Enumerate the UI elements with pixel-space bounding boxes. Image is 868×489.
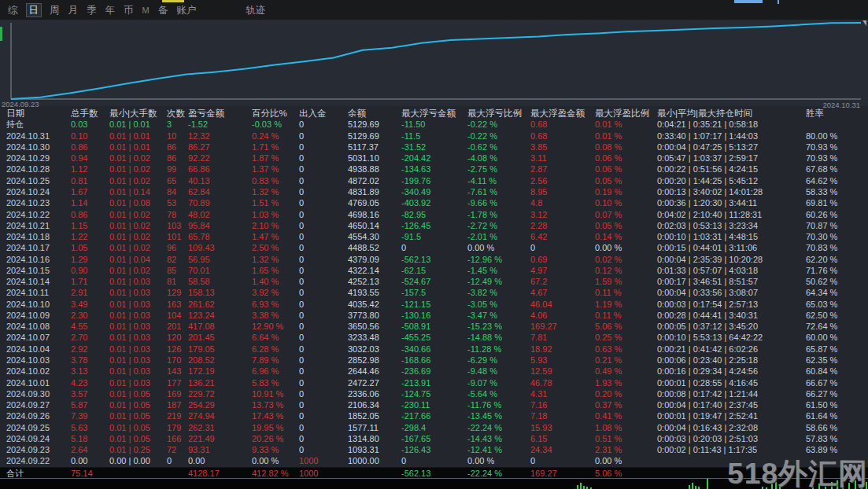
- table-row[interactable]: 2024.10.150.900.01 | 0.028570.011.65 %04…: [0, 265, 868, 276]
- table-cell: 58.58: [187, 276, 250, 287]
- table-row[interactable]: 2024.10.103.490.01 | 0.03163261.626.93 %…: [0, 299, 868, 310]
- table-row[interactable]: 2024.09.303.570.01 | 0.05169229.7210.91 …: [0, 388, 868, 399]
- tab-账户[interactable]: 账户: [176, 4, 196, 17]
- table-row[interactable]: 2024.10.092.300.01 | 0.03104123.243.38 %…: [0, 310, 868, 321]
- table-cell: 0:00:28 | 0:44:41 | 3:40:31: [656, 310, 804, 321]
- table-row[interactable]: 2024.10.141.710.01 | 0.038158.581.40 %04…: [0, 276, 868, 287]
- tab-轨迹[interactable]: 轨迹: [246, 4, 265, 17]
- table-cell: 4872.02: [346, 175, 400, 186]
- table-cell: 3773.80: [346, 310, 400, 321]
- open-position-row[interactable]: 持仓0.030.01 | 0.013-1.52-0.03 %05129.69-1…: [0, 119, 868, 130]
- table-cell: 1.71: [69, 276, 108, 287]
- table-cell: 4698.16: [346, 209, 400, 220]
- tab-综[interactable]: 综: [8, 4, 18, 17]
- table-cell: 99: [165, 164, 187, 175]
- table-cell: 2024.10.07: [0, 332, 69, 343]
- table-cell: 持仓: [0, 119, 69, 130]
- table-cell: -213.91: [400, 377, 466, 388]
- table-row[interactable]: 2024.10.211.150.01 | 0.0210395.842.10 %0…: [0, 220, 868, 231]
- table-cell: 50.62 %: [804, 276, 868, 287]
- table-cell: 5.18: [69, 433, 108, 444]
- table-cell: 18.92: [529, 344, 593, 355]
- table-row[interactable]: 2024.10.161.290.01 | 0.048256.951.32 %04…: [0, 253, 868, 264]
- mini-candle-tick: [695, 486, 696, 489]
- table-row[interactable]: 2024.09.245.180.01 | 0.05166221.4920.26 …: [0, 433, 868, 444]
- table-cell: -14.43 %: [466, 433, 529, 444]
- table-cell: 1.22: [69, 231, 108, 242]
- table-cell: 1.15: [69, 220, 108, 231]
- table-cell: 24.34: [529, 444, 593, 455]
- table-cell: 61.50 %: [804, 399, 868, 410]
- clipped-blue-link-fragment[interactable]: [734, 0, 763, 3]
- table-cell: 0: [297, 119, 346, 130]
- table-cell: 0.01 | 0.01: [108, 119, 165, 130]
- table-cell: 0.94: [69, 153, 108, 164]
- table-cell: 0.83 %: [250, 175, 297, 186]
- table-cell: 1.87 %: [250, 153, 297, 164]
- table-cell: 1000: [297, 468, 346, 479]
- tab-M[interactable]: M: [142, 4, 150, 17]
- table-cell: 0.51 %: [593, 433, 656, 444]
- table-cell: 2106.34: [346, 399, 400, 410]
- table-row[interactable]: 2024.10.290.940.01 | 0.028692.221.87 %05…: [0, 153, 868, 164]
- table-row[interactable]: 2024.10.231.140.01 | 0.085370.891.51 %04…: [0, 197, 868, 208]
- table-cell: -22.24 %: [466, 422, 529, 433]
- table-row[interactable]: 2024.10.250.810.01 | 0.026540.130.83 %04…: [0, 175, 868, 186]
- table-row[interactable]: 2024.10.181.220.01 | 0.0210165.781.47 %0…: [0, 231, 868, 242]
- table-cell: 70.87 %: [804, 220, 868, 231]
- table-row[interactable]: 2024.10.281.120.01 | 0.029966.861.37 %04…: [0, 164, 868, 175]
- table-row[interactable]: 2024.09.255.630.01 | 0.05179262.3119.95 …: [0, 421, 868, 432]
- table-cell: 86: [165, 142, 187, 153]
- watermark: 518外汇网: [727, 454, 868, 489]
- table-cell: 2024.10.10: [0, 299, 69, 310]
- table-cell: 70.83 %: [804, 242, 868, 253]
- tab-备[interactable]: 备: [158, 4, 168, 17]
- column-header: 百分比%: [250, 108, 297, 119]
- table-row[interactable]: 2024.10.171.050.01 | 0.0296109.432.50 %0…: [0, 242, 868, 253]
- table-cell: 0: [297, 332, 346, 343]
- table-cell: 19.95 %: [250, 422, 297, 433]
- table-cell: 0: [297, 410, 346, 421]
- table-row[interactable]: 2024.10.014.230.01 | 0.03177136.215.83 %…: [0, 377, 868, 388]
- table-cell: 70.93 %: [804, 153, 868, 164]
- table-row[interactable]: 2024.10.072.700.01 | 0.03120201.456.64 %…: [0, 332, 868, 343]
- tab-周[interactable]: 周: [50, 4, 60, 17]
- tab-季[interactable]: 季: [87, 4, 97, 17]
- table-row[interactable]: 2024.10.033.780.01 | 0.03170208.527.89 %…: [0, 355, 868, 366]
- table-cell: -4.11 %: [466, 175, 529, 186]
- table-cell: 92.22: [187, 153, 250, 164]
- tab-币[interactable]: 币: [124, 4, 134, 17]
- table-cell: 0.01 %: [593, 131, 656, 142]
- table-row[interactable]: 2024.10.042.920.01 | 0.03126179.056.28 %…: [0, 344, 868, 355]
- table-cell: 219: [165, 410, 187, 421]
- tab-月[interactable]: 月: [68, 4, 79, 17]
- table-row[interactable]: 2024.10.310.100.01 | 0.011012.320.24 %05…: [0, 131, 868, 142]
- equity-curve-pane[interactable]: 2024.09.23 2024.10.31: [0, 20, 868, 106]
- table-cell: 5117.37: [346, 142, 400, 153]
- table-row[interactable]: 2024.09.267.390.01 | 0.05219274.9417.43 …: [0, 410, 868, 421]
- table-cell: 0.86: [69, 142, 108, 153]
- mini-candle-tick: [580, 483, 582, 489]
- tab-年[interactable]: 年: [105, 4, 116, 17]
- table-cell: 163: [165, 299, 187, 310]
- table-cell: 0.01 | 0.25: [108, 444, 165, 455]
- tab-日[interactable]: 日: [27, 4, 42, 17]
- table-cell: 0:00:05 | 0:37:12 | 3:45:20: [656, 321, 804, 332]
- table-cell: 66.67 %: [804, 377, 868, 388]
- table-row[interactable]: 2024.10.112.910.01 | 0.03129158.133.92 %…: [0, 287, 868, 298]
- table-cell: 0.01 | 0.03: [108, 377, 165, 388]
- table-cell: -524.67: [400, 276, 466, 287]
- table-cell: 65.78: [187, 231, 250, 242]
- table-row[interactable]: 2024.10.084.550.01 | 0.03201417.0812.90 …: [0, 321, 868, 332]
- table-cell: 0:00:01 | 0:28:55 | 4:16:45: [656, 377, 804, 388]
- table-row[interactable]: 2024.10.300.860.01 | 0.018686.271.71 %05…: [0, 142, 868, 153]
- table-cell: 0:02:03 | 0:53:13 | 3:23:34: [656, 220, 804, 231]
- table-cell: 0: [297, 388, 346, 399]
- table-cell: 0.01 | 0.05: [108, 388, 165, 399]
- table-cell: 5.83 %: [250, 377, 297, 388]
- table-row[interactable]: 2024.10.220.860.01 | 0.027848.021.03 %04…: [0, 208, 868, 219]
- table-row[interactable]: 2024.10.023.130.01 | 0.03143172.196.96 %…: [0, 366, 868, 377]
- table-row[interactable]: 2024.09.275.870.01 | 0.05187254.2913.73 …: [0, 399, 868, 410]
- table-row[interactable]: 2024.10.241.670.01 | 0.148462.841.32 %04…: [0, 186, 868, 197]
- table-cell: -130.16: [400, 310, 466, 321]
